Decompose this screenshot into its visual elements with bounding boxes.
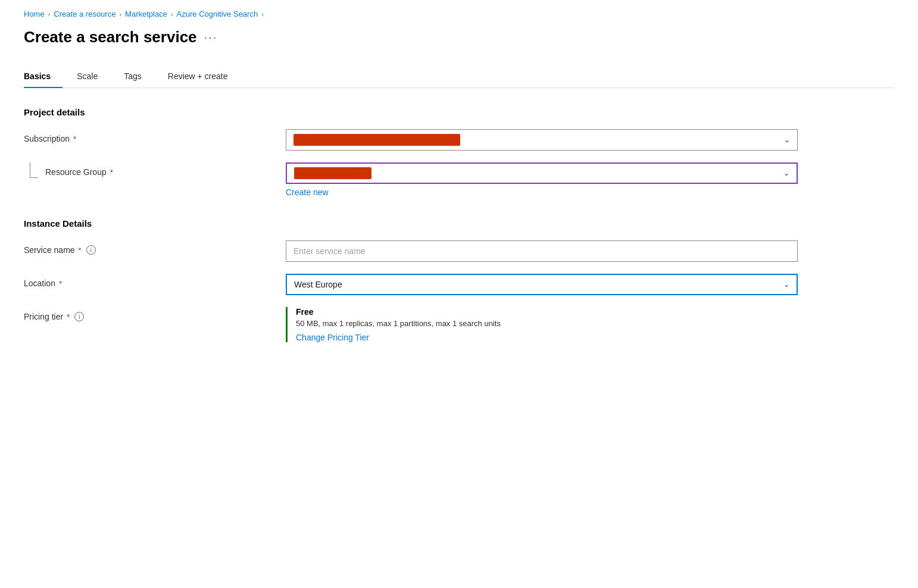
location-row: Location * West Europe ⌄ <box>24 274 894 295</box>
service-name-label: Service name <box>24 245 75 255</box>
location-dropdown[interactable]: West Europe ⌄ <box>286 274 798 295</box>
resource-group-label-wrapper: Resource Group * <box>24 162 286 192</box>
project-details-section: Project details Subscription * ⌄ <box>24 107 894 197</box>
pricing-tier-block: Free 50 MB, max 1 replicas, max 1 partit… <box>286 307 798 342</box>
subscription-label-col: Subscription * <box>24 129 286 143</box>
breadcrumb-marketplace[interactable]: Marketplace <box>125 10 167 18</box>
resource-group-row: Resource Group * ⌄ Create new <box>24 162 894 197</box>
pricing-tier-control: Free 50 MB, max 1 replicas, max 1 partit… <box>286 307 798 342</box>
pricing-tier-name: Free <box>296 307 798 317</box>
indent-connector <box>24 162 43 192</box>
location-label-col: Location * <box>24 274 286 288</box>
location-value: West Europe <box>294 280 783 289</box>
service-name-row: Service name * i <box>24 240 894 262</box>
tab-tags[interactable]: Tags <box>124 65 154 88</box>
pricing-tier-label: Pricing tier <box>24 312 63 321</box>
pricing-tier-desc: 50 MB, max 1 replicas, max 1 partitions,… <box>296 319 798 328</box>
service-name-control <box>286 240 798 262</box>
pricing-tier-info-icon[interactable]: i <box>74 312 84 321</box>
tab-scale[interactable]: Scale <box>77 65 110 88</box>
location-chevron-icon: ⌄ <box>783 280 789 289</box>
resource-group-chevron-icon: ⌄ <box>783 169 789 177</box>
pricing-tier-label-col: Pricing tier * i <box>24 307 286 321</box>
resource-group-value <box>294 167 783 179</box>
project-details-title: Project details <box>24 107 894 117</box>
breadcrumb-create-resource[interactable]: Create a resource <box>54 10 115 18</box>
pricing-tier-required: * <box>67 312 70 321</box>
page-menu-button[interactable]: ··· <box>204 30 218 44</box>
breadcrumb-sep-3: › <box>171 11 173 18</box>
tab-basics[interactable]: Basics <box>24 65 63 88</box>
location-control: West Europe ⌄ <box>286 274 798 295</box>
service-name-label-col: Service name * i <box>24 240 286 255</box>
subscription-control: ⌄ <box>286 129 798 151</box>
subscription-chevron-icon: ⌄ <box>784 136 790 144</box>
service-name-required: * <box>79 246 82 255</box>
page-title: Create a search service <box>24 28 197 46</box>
instance-details-section: Instance Details Service name * i Locati… <box>24 218 894 342</box>
page-container: Home › Create a resource › Marketplace ›… <box>0 0 918 387</box>
resource-group-label-col: Resource Group * <box>43 162 113 177</box>
tab-review-create[interactable]: Review + create <box>168 65 240 88</box>
subscription-dropdown[interactable]: ⌄ <box>286 129 798 151</box>
subscription-row: Subscription * ⌄ <box>24 129 894 151</box>
service-name-info-icon[interactable]: i <box>86 245 96 255</box>
location-required: * <box>59 279 62 288</box>
create-new-link[interactable]: Create new <box>286 187 329 197</box>
change-pricing-tier-link[interactable]: Change Pricing Tier <box>296 333 369 342</box>
subscription-value <box>293 134 784 146</box>
breadcrumb-azure-cognitive-search[interactable]: Azure Cognitive Search <box>177 10 258 18</box>
tabs-container: Basics Scale Tags Review + create <box>24 65 894 88</box>
indent-horizontal-line <box>30 177 38 178</box>
instance-details-title: Instance Details <box>24 218 894 229</box>
breadcrumb-home[interactable]: Home <box>24 10 45 18</box>
resource-group-control: ⌄ Create new <box>286 162 798 197</box>
subscription-label: Subscription <box>24 134 70 143</box>
resource-group-required: * <box>110 168 113 177</box>
pricing-tier-row: Pricing tier * i Free 50 MB, max 1 repli… <box>24 307 894 342</box>
indent-vertical-line <box>30 162 30 178</box>
breadcrumb-sep-1: › <box>48 11 51 18</box>
breadcrumb-sep-4: › <box>261 11 264 18</box>
resource-group-dropdown[interactable]: ⌄ <box>286 162 798 184</box>
subscription-redacted <box>293 134 460 146</box>
page-title-row: Create a search service ··· <box>24 28 894 46</box>
resource-group-redacted <box>294 167 371 179</box>
service-name-input[interactable] <box>286 240 798 262</box>
breadcrumb: Home › Create a resource › Marketplace ›… <box>24 10 894 18</box>
subscription-required: * <box>73 135 76 143</box>
breadcrumb-sep-2: › <box>119 11 121 18</box>
resource-group-label: Resource Group <box>45 167 107 177</box>
location-label: Location <box>24 279 55 288</box>
